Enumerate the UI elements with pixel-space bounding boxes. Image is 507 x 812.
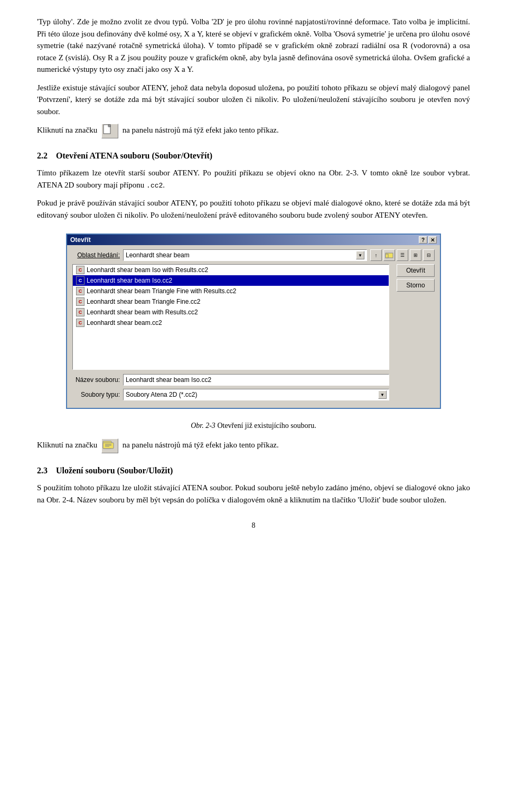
dialog-close-button[interactable]: ✕ [428,236,437,244]
area-row: Oblast hledání: Leonhardt shear beam ▼ ↑… [72,249,435,261]
figure-caption: Obr. 2-3 Otevření již existujícího soubo… [37,422,470,430]
dialog-title: Otevřít [70,236,91,244]
open-file-toolbar-icon [101,438,118,453]
filename-label: Název souboru: [72,376,120,384]
dialog-help-button[interactable]: ? [419,236,427,244]
dialog-toolbar: ↑ ☰ ⊞ ⊟ [370,249,435,261]
page-number: 8 [37,521,470,530]
filename-row: Název souboru: [72,374,389,386]
paragraph-3-before: Kliknutí na značku [37,126,97,134]
file-name-1: Leonhardt shear beam Iso with Results.cc… [87,266,208,274]
filetype-combo-value: Soubory Atena 2D (*.cc2) [126,391,197,398]
paragraph-1: 'Typ úlohy'. Zde je možno zvolit ze dvou… [37,16,470,76]
paragraph-3-after: na panelu nástrojů má týž efekt jako ten… [123,126,279,134]
filetype-label: Soubory typu: [72,391,120,398]
file-name-5: Leonhardt shear beam with Results.cc2 [87,309,198,316]
area-combo-arrow[interactable]: ▼ [356,251,364,259]
dialog-body: Oblast hledání: Leonhardt shear beam ▼ ↑… [67,245,440,408]
caption-number: Obr. 2-3 [191,422,215,430]
file-icon-4: C [76,297,84,306]
file-icon-3: C [76,287,84,295]
file-icon-2: C [76,276,84,285]
file-icon-6: C [76,319,84,327]
file-item-5[interactable]: C Leonhardt shear beam with Results.cc2 [73,307,389,318]
dialog-content-row: C Leonhardt shear beam Iso with Results.… [72,264,435,404]
section-23-heading: 2.3 Uložení souboru (Soubor/Uložit) [37,466,470,475]
toolbar-view-btn2[interactable]: ⊞ [410,249,421,261]
dialog-titlebar-buttons: ? ✕ [419,236,437,244]
file-name-3: Leonhardt shear beam Triangle Fine with … [87,287,236,295]
paragraph-3: Kliknutí na značku na panelu nástrojů má… [37,124,470,138]
file-icon-1: C [76,266,84,274]
page-content: 'Typ úlohy'. Zde je možno zvolit ze dvou… [37,16,470,530]
paragraph-6: Kliknutí na značku na panelu nástrojů má… [37,438,470,453]
file-item-6[interactable]: C Leonhardt shear beam.cc2 [73,318,389,328]
new-file-toolbar-icon [101,124,118,138]
file-name-6: Leonhardt shear beam.cc2 [87,319,162,326]
toolbar-up-button[interactable]: ↑ [370,249,382,261]
dialog-buttons: Otevřít Storno [397,264,435,292]
toolbar-view-btn3[interactable]: ⊟ [423,249,435,261]
filetype-combo-arrow[interactable]: ▼ [378,390,387,399]
open-file-dialog: Otevřít ? ✕ Oblast hledání: Leonhardt sh… [66,234,441,409]
section-23-title: Uložení souboru (Soubor/Uložit) [56,466,173,475]
section-23-number: 2.3 [37,466,48,475]
file-name-2: Leonhardt shear beam Iso.cc2 [87,277,172,284]
caption-text: Otevření již existujícího souboru. [217,422,316,430]
open-button[interactable]: Otevřít [397,264,435,277]
paragraph-7: S použitím tohoto příkazu lze uložit stá… [37,482,470,506]
file-item-4[interactable]: C Leonhardt shear beam Triangle Fine.cc2 [73,296,389,307]
paragraph-2: Jestliže existuje stávající soubor ATENY… [37,82,470,118]
area-label: Oblast hledání: [72,251,120,259]
cancel-button[interactable]: Storno [397,279,435,292]
paragraph-4-end: . [163,181,165,189]
paragraph-6-before: Kliknutí na značku [37,441,97,449]
area-combo[interactable]: Leonhardt shear beam ▼ [123,249,367,261]
file-item-3[interactable]: C Leonhardt shear beam Triangle Fine wit… [73,286,389,296]
filetype-combo[interactable]: Soubory Atena 2D (*.cc2) ▼ [123,389,389,400]
file-item-1[interactable]: C Leonhardt shear beam Iso with Results.… [73,265,389,275]
file-name-4: Leonhardt shear beam Triangle Fine.cc2 [87,298,200,305]
section-22-number: 2.2 [37,151,48,160]
file-icon-5: C [76,308,84,316]
filetype-row: Soubory typu: Soubory Atena 2D (*.cc2) ▼ [72,389,389,400]
paragraph-4-text: Tímto příkazem lze otevřít starší soubor… [37,169,470,189]
section-22-heading: 2.2 Otevření ATENA souboru (Soubor/Otevř… [37,151,470,161]
paragraph-4: Tímto příkazem lze otevřít starší soubor… [37,167,470,191]
toolbar-view-btn1[interactable]: ☰ [397,249,408,261]
section-22-title: Otevření ATENA souboru (Soubor/Otevřít) [56,151,212,160]
file-item-2[interactable]: C Leonhardt shear beam Iso.cc2 [73,275,389,286]
area-combo-value: Leonhardt shear beam [126,251,190,259]
file-extension: .cc2 [146,182,163,190]
dialog-left-panel: C Leonhardt shear beam Iso with Results.… [72,264,389,404]
filename-input[interactable] [123,374,389,386]
paragraph-5: Pokud je právě používán stávající soubor… [37,197,470,221]
dialog-titlebar: Otevřít ? ✕ [67,235,440,245]
paragraph-6-after: na panelu nástrojů má týž efekt jako ten… [123,441,279,449]
toolbar-new-folder-button[interactable] [383,249,395,261]
svg-rect-3 [386,254,388,258]
file-list[interactable]: C Leonhardt shear beam Iso with Results.… [72,264,389,370]
